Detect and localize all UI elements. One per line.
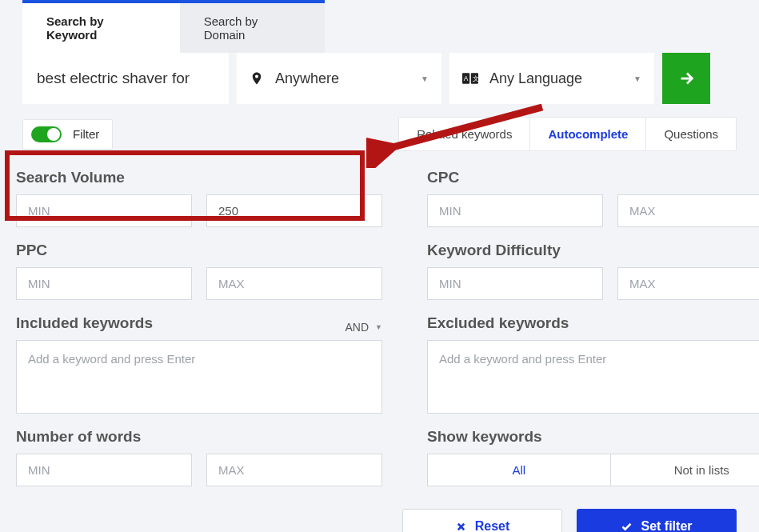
search-button[interactable]: [662, 53, 710, 104]
cpc-min-input[interactable]: [427, 194, 603, 227]
filter-toggle-switch[interactable]: [31, 126, 62, 142]
show-keywords-filter: Show keywords All Not in lists: [427, 428, 759, 486]
arrow-right-icon: [677, 70, 695, 87]
location-dropdown[interactable]: Anywhere ▼: [237, 53, 441, 104]
location-value: Anywhere: [275, 70, 339, 87]
excluded-keywords-placeholder: Add a keyword and press Enter: [439, 352, 606, 366]
number-of-words-title: Number of words: [16, 428, 382, 446]
tab-questions[interactable]: Questions: [646, 118, 736, 150]
ppc-min-input[interactable]: [16, 267, 192, 300]
show-all-button[interactable]: All: [428, 454, 611, 486]
chevron-down-icon: ▼: [633, 74, 641, 83]
cpc-title: CPC: [427, 169, 759, 186]
ppc-max-input[interactable]: [206, 267, 382, 300]
show-not-in-lists-button[interactable]: Not in lists: [611, 454, 760, 486]
reset-label: Reset: [475, 519, 510, 532]
words-min-input[interactable]: [16, 454, 192, 486]
language-value: Any Language: [489, 70, 582, 87]
cpc-max-input[interactable]: [617, 194, 759, 227]
language-dropdown[interactable]: A文 Any Language ▼: [449, 53, 654, 104]
tab-search-by-keyword[interactable]: Search by Keyword: [22, 3, 180, 53]
keyword-search-value: best electric shaver for: [37, 70, 190, 87]
cpc-filter: CPC: [427, 169, 759, 227]
ppc-filter: PPC: [16, 242, 382, 300]
tab-autocomplete[interactable]: Autocomplete: [530, 118, 646, 150]
included-logic-dropdown[interactable]: AND ▼: [346, 321, 382, 334]
filter-toggle-box[interactable]: Filter: [22, 119, 113, 150]
chevron-down-icon: ▼: [375, 323, 382, 331]
keyword-search-input[interactable]: best electric shaver for: [22, 53, 229, 104]
tab-related-keywords[interactable]: Related keywords: [399, 118, 530, 150]
filter-label: Filter: [73, 127, 99, 141]
chevron-down-icon: ▼: [421, 74, 429, 83]
keyword-difficulty-title: Keyword Difficulty: [427, 242, 759, 259]
location-pin-icon: [250, 71, 264, 86]
set-filter-button[interactable]: Set filter: [577, 509, 737, 532]
tab-search-by-domain[interactable]: Search by Domain: [180, 3, 325, 53]
search-volume-title: Search Volume: [16, 169, 382, 186]
included-logic-value: AND: [346, 321, 370, 334]
included-keywords-placeholder: Add a keyword and press Enter: [28, 352, 195, 366]
included-keywords-filter: Included keywords AND ▼ Add a keyword an…: [16, 314, 382, 414]
check-icon: [621, 521, 633, 533]
show-keywords-title: Show keywords: [427, 428, 759, 446]
kd-min-input[interactable]: [427, 267, 603, 300]
included-keywords-title: Included keywords: [16, 314, 153, 332]
search-volume-filter: Search Volume: [16, 169, 382, 227]
language-icon: A文: [462, 73, 478, 84]
excluded-keywords-filter: Excluded keywords OR ▼ Add a keyword and…: [427, 314, 759, 414]
keyword-difficulty-filter: Keyword Difficulty: [427, 242, 759, 300]
close-icon: [455, 521, 467, 533]
number-of-words-filter: Number of words: [16, 428, 382, 486]
excluded-keywords-input[interactable]: Add a keyword and press Enter: [427, 340, 759, 414]
svg-text:文: 文: [473, 74, 479, 82]
search-volume-min-input[interactable]: [16, 194, 192, 227]
words-max-input[interactable]: [206, 454, 382, 486]
reset-button[interactable]: Reset: [402, 509, 562, 532]
included-keywords-input[interactable]: Add a keyword and press Enter: [16, 340, 382, 414]
ppc-title: PPC: [16, 242, 382, 259]
excluded-keywords-title: Excluded keywords: [427, 314, 569, 332]
set-filter-label: Set filter: [641, 519, 692, 532]
kd-max-input[interactable]: [617, 267, 759, 300]
search-volume-max-input[interactable]: [206, 194, 382, 227]
svg-text:A: A: [464, 74, 469, 82]
